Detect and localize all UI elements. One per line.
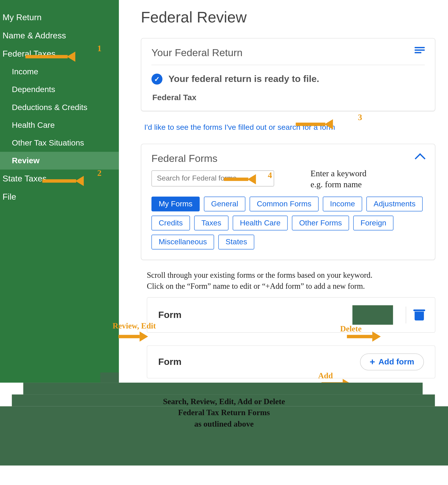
status-row: ✓ Your federal return is ready to file. bbox=[152, 74, 425, 85]
divider bbox=[406, 306, 406, 323]
collapse-icon[interactable] bbox=[415, 153, 425, 164]
card-menu-icon[interactable] bbox=[415, 47, 425, 53]
sidebar-item-file[interactable]: File bbox=[0, 188, 119, 206]
status-text: Your federal return is ready to file. bbox=[168, 74, 319, 85]
sidebar-item-dependents[interactable]: Dependents bbox=[0, 81, 119, 99]
federal-forms-card: Federal Forms Enter a keyword e.g. form … bbox=[141, 144, 435, 260]
forms-card-title: Federal Forms bbox=[152, 153, 217, 164]
chip-adjustments[interactable]: Adjustments bbox=[367, 197, 423, 211]
add-form-label: Add form bbox=[378, 357, 414, 367]
chip-other-forms[interactable]: Other Forms bbox=[292, 216, 349, 230]
chip-common-forms[interactable]: Common Forms bbox=[250, 197, 319, 211]
chip-states[interactable]: States bbox=[218, 235, 254, 250]
annotation-number-1: 1 bbox=[97, 44, 102, 53]
form-row-existing: Form bbox=[147, 297, 435, 333]
card-title: Your Federal Return bbox=[152, 47, 425, 65]
see-forms-link[interactable]: I'd like to see the forms I've filled ou… bbox=[144, 123, 435, 132]
chip-foreign[interactable]: Foreign bbox=[353, 216, 394, 230]
chip-my-forms[interactable]: My Forms bbox=[152, 197, 200, 211]
sidebar-item-deductions-credits[interactable]: Deductions & Credits bbox=[0, 99, 119, 116]
page-title: Federal Review bbox=[141, 8, 435, 26]
footer-line-1: Search, Review, Edit, Add or Delete bbox=[0, 396, 448, 407]
form-name-link[interactable]: Form bbox=[158, 309, 182, 321]
chip-taxes[interactable]: Taxes bbox=[194, 216, 229, 230]
sidebar-item-health-care[interactable]: Health Care bbox=[0, 116, 119, 134]
delete-icon[interactable] bbox=[415, 309, 424, 321]
redacted-block bbox=[352, 305, 393, 325]
annotation-number-3: 3 bbox=[358, 112, 362, 122]
annotation-number-2: 2 bbox=[97, 168, 102, 178]
form-category-chips: My Forms General Common Forms Income Adj… bbox=[152, 197, 425, 250]
sidebar-item-other-tax[interactable]: Other Tax Situations bbox=[0, 134, 119, 152]
instruction-text: Scroll through your existing forms or th… bbox=[147, 270, 435, 292]
footer-line-2: Federal Tax Return Forms bbox=[0, 407, 448, 419]
chip-general[interactable]: General bbox=[204, 197, 246, 211]
footer-steps: Search, Review, Edit, Add or Delete Fede… bbox=[0, 383, 448, 467]
check-icon: ✓ bbox=[152, 74, 162, 85]
form-name-label: Form bbox=[158, 356, 182, 367]
sidebar-item-income[interactable]: Income bbox=[0, 63, 119, 81]
app-root: My Return Name & Address Federal Taxes I… bbox=[0, 0, 448, 383]
annotation-add: Add bbox=[318, 371, 333, 380]
chip-health-care[interactable]: Health Care bbox=[233, 216, 288, 230]
federal-tax-label: Federal Tax bbox=[152, 93, 425, 102]
form-row-add: Form + Add form bbox=[147, 345, 435, 378]
chip-credits[interactable]: Credits bbox=[152, 216, 190, 230]
footer-line-3: as outlined above bbox=[0, 419, 448, 430]
forms-search-input[interactable] bbox=[152, 170, 274, 187]
annotation-delete: Delete bbox=[340, 324, 361, 333]
sidebar-item-review[interactable]: Review bbox=[0, 152, 119, 170]
federal-return-card: Your Federal Return ✓ Your federal retur… bbox=[141, 38, 435, 111]
annotation-review-edit: Review, Edit bbox=[112, 321, 156, 330]
main-content: Federal Review Your Federal Return ✓ You… bbox=[119, 0, 448, 383]
sidebar-item-name-address[interactable]: Name & Address bbox=[0, 27, 119, 45]
search-hint: Enter a keyword e.g. form name bbox=[311, 168, 367, 190]
sidebar: My Return Name & Address Federal Taxes I… bbox=[0, 0, 119, 383]
sidebar-item-my-return[interactable]: My Return bbox=[0, 8, 119, 27]
plus-icon: + bbox=[370, 357, 375, 367]
chip-miscellaneous[interactable]: Miscellaneous bbox=[152, 235, 214, 250]
add-form-button[interactable]: + Add form bbox=[360, 353, 424, 370]
annotation-number-4: 4 bbox=[268, 170, 272, 180]
chip-income[interactable]: Income bbox=[323, 197, 362, 211]
